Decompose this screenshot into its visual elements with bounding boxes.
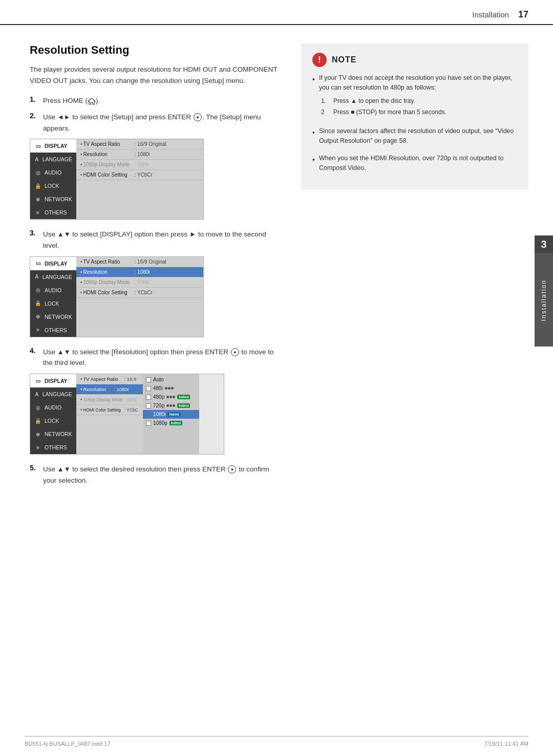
step-3-number: 3. <box>30 229 41 237</box>
lock-icon-2: 🔒 <box>34 300 41 307</box>
page-header: Installation 17 <box>0 0 553 25</box>
res-badge-1080i: hdmi <box>167 412 180 417</box>
res-label-1080i: 1080i <box>153 412 165 417</box>
intro-text: The player provides several output resol… <box>30 64 281 86</box>
menu-row-aspect-3: • TV Aspect Ratio : 16:9 <box>76 374 143 384</box>
step-4-text: Use ▲▼ to select the [Resolution] option… <box>43 347 281 369</box>
display-icon: ▭ <box>34 142 41 149</box>
sidebar-language-label-3: LANGUAGE <box>42 391 72 397</box>
sidebar-audio-label-3: AUDIO <box>45 404 61 411</box>
note-sub-item-1-2: 2 Press ■ (STOP) for more than 5 seconds… <box>321 107 517 117</box>
page-footer: BD551-N.BUSALLP_0487.indd 17 7/19/11 11:… <box>25 736 528 747</box>
lock-icon: 🔒 <box>34 182 41 189</box>
note-sub-item-1-1: 1. Press ▲ to open the disc tray. <box>321 96 517 106</box>
note-bullet-1: • <box>312 74 315 85</box>
step-4-number: 4. <box>30 347 41 355</box>
step-2-item: 2. Use ◄► to select the [Setup] and pres… <box>30 112 281 134</box>
sidebar-language-3: A LANGUAGE <box>30 387 76 401</box>
step-4: 4. Use ▲▼ to select the [Resolution] opt… <box>30 347 281 369</box>
menu-row-aspect-2: • TV Aspect Ratio : 16/9 Original <box>76 257 203 267</box>
sidebar-display-2: ▭ DISPLAY <box>30 257 76 270</box>
audio-icon: ◎ <box>34 169 41 176</box>
sidebar-display-label-3: DISPLAY <box>45 378 68 384</box>
svg-marker-0 <box>88 98 95 104</box>
menu-row-1080p-2: • 1080p Display Mode : 60Hz <box>76 277 203 288</box>
menu-screenshot-3: ▭ DISPLAY A LANGUAGE ◎ AUDIO 🔒 LOCK ⊕ <box>30 374 224 455</box>
language-icon-2: A <box>34 273 39 280</box>
res-checkbox-auto <box>146 377 151 382</box>
res-checkbox-720p <box>146 403 151 408</box>
sidebar-lock-label-3: LOCK <box>45 418 59 424</box>
res-label-480i: 480i <box>153 385 163 391</box>
sidebar-language-label-1: LANGUAGE <box>42 156 72 162</box>
note-sub-text-1-2: Press ■ (STOP) for more than 5 seconds. <box>333 107 446 117</box>
step-3-item: 3. Use ▲▼ to select [DISPLAY] option the… <box>30 229 281 251</box>
sidebar-others-3: ≡ OTHERS <box>30 441 76 454</box>
res-badge-720p: hdmi <box>177 403 190 408</box>
step-5: 5. Use ▲▼ to select the desired resoluti… <box>30 464 281 486</box>
res-dots-480i <box>165 387 174 390</box>
res-option-720p: 720p hdmi <box>143 401 199 410</box>
sidebar-audio-1: ◎ AUDIO <box>30 166 76 179</box>
res-badge-1080p: hdmi <box>169 421 182 425</box>
note-sub-text-1-1: Press ▲ to open the disc tray. <box>333 96 415 106</box>
menu-main-3: • TV Aspect Ratio : 16:9 • Resolution : … <box>76 374 143 454</box>
left-column: Resolution Setting The player provides s… <box>30 44 281 491</box>
note-item-1-content: If your TV does not accept the resolutio… <box>319 73 517 119</box>
menu-main-1: • TV Aspect Ratio : 16/9 Original • Reso… <box>76 139 203 219</box>
sidebar-audio-label-1: AUDIO <box>45 169 61 176</box>
step-3-text: Use ▲▼ to select [DISPLAY] option then p… <box>43 229 281 251</box>
menu-row-hdmi-3: • HDMI Color Setting : YCbC <box>76 405 143 415</box>
sidebar-language-2: A LANGUAGE <box>30 270 76 284</box>
res-label-1080p: 1080p <box>153 420 167 426</box>
note-item-2: • Since several factors affect the resol… <box>312 126 517 146</box>
arrows-lr-icon: ◄► <box>57 113 71 121</box>
res-badge-480p: hdmi <box>177 395 190 399</box>
sidebar-others-1: ≡ OTHERS <box>30 206 76 219</box>
menu-row-resolution-1: • Resolution : 1080i <box>76 149 203 160</box>
note-item-3-text: When you set the HDMI Resolution, over 7… <box>319 154 517 174</box>
sidebar-audio-label-2: AUDIO <box>45 287 61 293</box>
footer-left: BD551-N.BUSALLP_0487.indd 17 <box>25 741 111 747</box>
res-option-480i: 480i <box>143 384 199 393</box>
sidebar-lock-label-1: LOCK <box>45 183 59 189</box>
note-item-3: • When you set the HDMI Resolution, over… <box>312 154 517 174</box>
others-icon: ≡ <box>34 209 41 216</box>
step-5-text: Use ▲▼ to select the desired resolution … <box>43 464 281 486</box>
menu-sidebar-1: ▭ DISPLAY A LANGUAGE ◎ AUDIO 🔒 LOCK ⊕ <box>30 139 76 219</box>
side-tab-label: Installation <box>540 279 547 321</box>
sidebar-display-1: ▭ DISPLAY <box>30 139 76 153</box>
res-option-480p: 480p hdmi <box>143 393 199 401</box>
side-tab-label-container: Installation <box>535 254 553 347</box>
note-bullet-3: • <box>312 155 315 166</box>
sidebar-network-3: ⊕ NETWORK <box>30 427 76 441</box>
menu-sidebar-2: ▭ DISPLAY A LANGUAGE ◎ AUDIO 🔒 LOCK ⊕ <box>30 257 76 337</box>
menu-main-2: • TV Aspect Ratio : 16/9 Original • Reso… <box>76 257 203 337</box>
note-item-1: • If your TV does not accept the resolut… <box>312 73 517 119</box>
header-title: Installation <box>472 10 509 19</box>
enter-icon-5: ● <box>228 465 236 473</box>
arrows-ud-icon-4: ▲▼ <box>57 348 71 356</box>
menu-row-resolution-3: • Resolution : 1080i <box>76 384 143 395</box>
sidebar-network-1: ⊕ NETWORK <box>30 192 76 206</box>
menu-screenshot-2: ▭ DISPLAY A LANGUAGE ◎ AUDIO 🔒 LOCK ⊕ <box>30 256 204 337</box>
sidebar-audio-3: ◎ AUDIO <box>30 401 76 414</box>
sidebar-lock-3: 🔒 LOCK <box>30 414 76 427</box>
enter-icon-4: ● <box>231 348 239 356</box>
note-item-2-text: Since several factors affect the resolut… <box>319 126 517 146</box>
sidebar-display-label-1: DISPLAY <box>45 143 68 149</box>
note-exclamation-icon: ! <box>312 53 327 67</box>
step-3: 3. Use ▲▼ to select [DISPLAY] option the… <box>30 229 281 251</box>
step-2-number: 2. <box>30 112 41 120</box>
others-icon-2: ≡ <box>34 327 41 334</box>
menu-row-resolution-2: • Resolution : 1080i <box>76 267 203 277</box>
step-4-item: 4. Use ▲▼ to select the [Resolution] opt… <box>30 347 281 369</box>
network-icon-2: ⊕ <box>34 313 41 320</box>
sidebar-others-label-3: OTHERS <box>45 444 67 450</box>
sidebar-language-label-2: LANGUAGE <box>42 274 72 280</box>
menu-row-hdmi-1: • HDMI Color Setting : YCbCr <box>76 170 203 180</box>
sidebar-network-label-1: NETWORK <box>45 196 72 202</box>
res-dots-720p <box>166 404 175 407</box>
note-box: ! NOTE • If your TV does not accept the … <box>301 44 528 189</box>
sidebar-network-label-2: NETWORK <box>45 314 72 320</box>
